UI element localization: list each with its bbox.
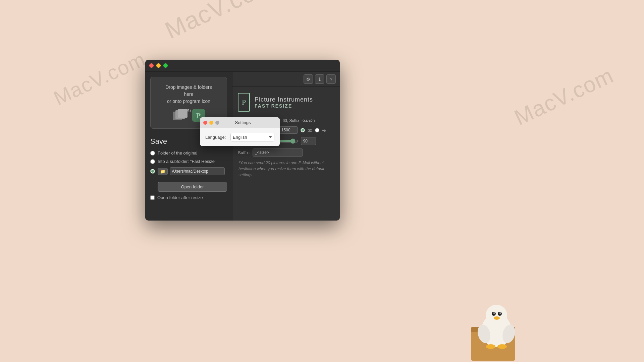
- suffix-label: Suffix:: [238, 150, 250, 155]
- suffix-input[interactable]: [253, 148, 303, 157]
- save-section: Save Folder of the original Into a subfo…: [145, 134, 232, 221]
- modal-minimize-button[interactable]: [209, 121, 213, 125]
- radio-folder-original-label: Folder of the original: [158, 150, 198, 156]
- px-radio[interactable]: [301, 128, 305, 132]
- quality-value-input[interactable]: [301, 137, 316, 145]
- info-icon-button[interactable]: ℹ: [315, 74, 324, 84]
- minimize-button[interactable]: [156, 63, 161, 68]
- window-content: Drop images & folders here or onto progr…: [145, 72, 340, 221]
- maximize-button[interactable]: [163, 63, 168, 68]
- cartoon-character: [468, 294, 525, 362]
- settings-icon-button[interactable]: ⚙: [304, 74, 313, 84]
- radio-subfolder-input[interactable]: [150, 159, 155, 164]
- right-top-bar: ⚙ ℹ ?: [232, 72, 340, 87]
- watermark-top: MacV.com: [161, 0, 278, 44]
- drop-zone-line1: Drop images & folders: [165, 84, 212, 91]
- percent-label: %: [322, 128, 326, 133]
- svg-point-12: [497, 344, 507, 349]
- modal-title-bar: Settings: [200, 117, 280, 128]
- language-select[interactable]: English Deutsch Français Español: [230, 133, 274, 141]
- folder-path-input[interactable]: [170, 167, 225, 175]
- open-folder-checkbox-label: Open folder after resize: [157, 195, 203, 200]
- modal-traffic-lights: [203, 121, 219, 125]
- folder-browse-button[interactable]: 📁: [158, 168, 168, 175]
- language-label: Language:: [205, 135, 227, 140]
- close-button[interactable]: [149, 63, 154, 68]
- svg-point-7: [499, 312, 501, 314]
- radio-custom-folder-input[interactable]: [150, 169, 155, 174]
- svg-point-3: [486, 305, 507, 326]
- image-stack-icon: ↻: [173, 109, 190, 122]
- radio-folder-original-input[interactable]: [150, 151, 155, 156]
- right-panel: ⚙ ℹ ? P Picture Instruments Fast Resize …: [232, 72, 340, 221]
- radio-custom-folder[interactable]: 📁: [150, 167, 227, 175]
- y-input[interactable]: [279, 126, 298, 134]
- open-folder-checkbox[interactable]: [150, 195, 155, 200]
- left-panel: Drop images & folders here or onto progr…: [145, 72, 232, 221]
- radio-subfolder-label: Into a subfolder: "Fast Resize": [158, 159, 216, 164]
- settings-modal: Settings Language: English Deutsch Franç…: [200, 117, 280, 146]
- modal-content: Language: English Deutsch Français Españ…: [200, 128, 280, 146]
- drop-zone-line3: or onto program icon: [167, 98, 210, 105]
- help-icon-button[interactable]: ?: [326, 74, 336, 84]
- modal-close-button[interactable]: [203, 121, 207, 125]
- px-label: px: [308, 128, 312, 133]
- traffic-lights: [149, 63, 168, 68]
- svg-point-6: [493, 312, 495, 314]
- open-folder-button[interactable]: Open folder: [158, 182, 227, 192]
- app-logo: P: [238, 93, 250, 112]
- svg-point-4: [492, 312, 496, 316]
- watermark-right: MacV.com: [511, 63, 618, 130]
- info-text: *You can send 20 pictures in one E-Mail …: [238, 160, 334, 178]
- modal-maximize-button[interactable]: [215, 121, 219, 125]
- watermark-mid-left: MacV.com: [50, 47, 149, 110]
- percent-radio[interactable]: [315, 128, 319, 132]
- app-name: Picture Instruments: [255, 96, 313, 103]
- icon-buttons: ⚙ ℹ ?: [304, 74, 336, 84]
- radio-folder-original[interactable]: Folder of the original: [150, 150, 227, 156]
- title-bar: [145, 60, 340, 72]
- modal-title: Settings: [219, 120, 266, 125]
- app-name-group: Picture Instruments Fast Resize: [255, 96, 313, 109]
- drop-zone-line2: here: [184, 91, 193, 98]
- svg-point-11: [486, 344, 495, 349]
- duck-svg: [468, 294, 525, 361]
- svg-point-5: [498, 312, 502, 316]
- folder-row: 📁: [158, 167, 225, 175]
- svg-point-8: [494, 316, 500, 320]
- radio-subfolder[interactable]: Into a subfolder: "Fast Resize": [150, 159, 227, 164]
- open-folder-after-resize-row: Open folder after resize: [150, 195, 227, 200]
- app-branding: P Picture Instruments Fast Resize: [232, 87, 340, 115]
- app-subtitle: Fast Resize: [255, 103, 313, 109]
- language-row: Language: English Deutsch Français Españ…: [205, 133, 274, 141]
- suffix-row: Suffix:: [238, 148, 334, 157]
